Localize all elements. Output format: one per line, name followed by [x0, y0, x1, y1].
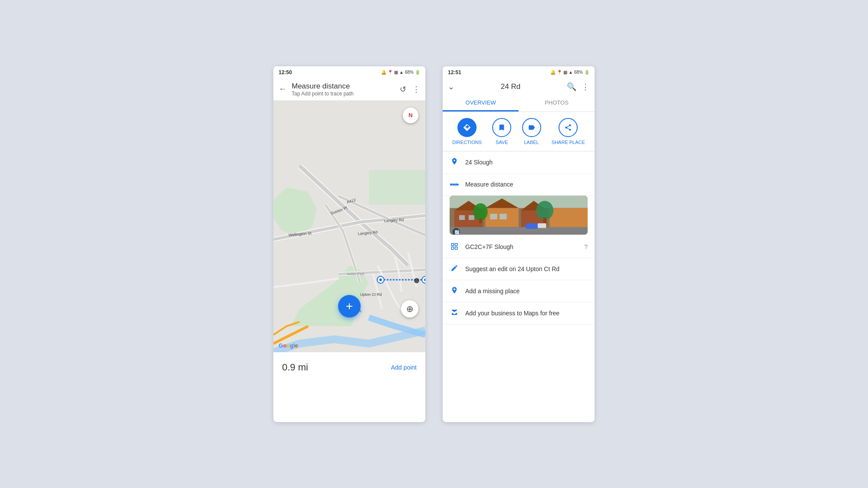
svg-rect-57: [451, 247, 454, 249]
plus-code-icon: [450, 242, 459, 252]
svg-rect-27: [452, 183, 453, 184]
add-business-text: Add your business to Maps for free: [465, 310, 588, 317]
svg-rect-46: [479, 218, 482, 223]
add-location-icon: [450, 286, 458, 294]
svg-point-24: [414, 278, 419, 283]
measure-title: Measure distance: [292, 82, 395, 91]
save-icon-circle: [492, 118, 511, 137]
svg-rect-51: [526, 223, 537, 229]
plus-code-row[interactable]: GC2C+7F Slough ?: [443, 236, 595, 258]
distance-display: 0.9 mi: [282, 362, 308, 373]
street-view-svg: 🔄: [450, 196, 588, 235]
measure-text: Measure distance: [465, 181, 588, 188]
save-icon: [498, 124, 506, 131]
battery-left: 68%: [405, 70, 414, 75]
more-options-button[interactable]: ⋮: [582, 82, 589, 92]
directions-label: DIRECTIONS: [452, 140, 482, 145]
info-section: 24 Slough Measure distance: [443, 151, 595, 324]
svg-rect-48: [543, 217, 546, 223]
svg-rect-26: [451, 182, 452, 183]
location-button[interactable]: ⊕: [401, 300, 418, 318]
share-icon: [564, 124, 572, 131]
help-icon[interactable]: ?: [584, 243, 588, 250]
suggest-edit-text: Suggest an edit on 24 Upton Ct Rd: [465, 265, 588, 272]
pencil-icon: [450, 264, 459, 274]
plus-code-text: GC2C+7F Slough: [465, 243, 578, 250]
svg-rect-41: [459, 215, 465, 220]
svg-point-47: [536, 201, 553, 220]
street-view-image[interactable]: 🔄: [450, 196, 588, 235]
svg-rect-31: [458, 183, 459, 184]
chevron-down-button[interactable]: ⌄: [448, 82, 454, 92]
time-left: 12:50: [279, 69, 292, 75]
label-icon-circle: [522, 118, 541, 137]
google-logo: Google: [279, 342, 298, 349]
back-button[interactable]: ←: [279, 85, 286, 94]
svg-point-19: [379, 278, 382, 281]
tab-overview[interactable]: OVERVIEW: [443, 95, 519, 111]
add-missing-place-text: Add a missing place: [465, 288, 588, 295]
svg-text:belles Park: belles Park: [347, 272, 365, 276]
svg-rect-28: [454, 182, 454, 183]
business-icon: [450, 308, 459, 318]
svg-rect-29: [455, 183, 456, 184]
svg-rect-3: [369, 170, 425, 205]
place-title: 24 Rd: [460, 82, 562, 91]
location-icon-r: 📍: [557, 70, 562, 75]
battery-icon: 🔋: [415, 70, 420, 75]
suggest-edit-row[interactable]: Suggest an edit on 24 Upton Ct Rd: [443, 258, 595, 280]
label-button[interactable]: LABEL: [522, 118, 541, 145]
bottom-bar: 0.9 mi Add point: [273, 352, 425, 383]
add-business-row[interactable]: Add your business to Maps for free: [443, 302, 595, 324]
pin-plus-icon: [450, 286, 459, 296]
measure-subtitle: Tap Add point to trace path: [292, 91, 395, 97]
directions-button[interactable]: DIRECTIONS: [452, 118, 482, 145]
compass: N: [403, 108, 418, 123]
wifi-icon: ▦: [394, 70, 398, 75]
right-phone: 12:51 🔔 📍 ▦ ▲ 68% 🔋 ⌄ 24 Rd 🔍 ⋮ OVERVIEW…: [443, 66, 595, 422]
svg-rect-52: [538, 223, 546, 228]
address-icon: [450, 157, 459, 167]
tab-photos[interactable]: PHOTOS: [519, 95, 595, 111]
status-bar-right: 12:51 🔔 📍 ▦ ▲ 68% 🔋: [443, 66, 595, 79]
svg-point-45: [473, 203, 488, 220]
add-point-fab[interactable]: +: [338, 295, 361, 318]
measure-distance-row[interactable]: Measure distance: [443, 174, 595, 196]
action-buttons: DIRECTIONS SAVE LABEL: [443, 112, 595, 151]
svg-rect-49: [450, 227, 588, 235]
svg-rect-56: [455, 243, 457, 246]
tabs-bar: OVERVIEW PHOTOS: [443, 95, 595, 112]
directions-icon: [463, 123, 471, 132]
location-icon: 📍: [388, 70, 393, 75]
svg-rect-30: [457, 182, 457, 183]
alarm-icon-r: 🔔: [550, 70, 556, 75]
svg-rect-44: [500, 213, 506, 219]
map-area[interactable]: A412 Langley Rd Langley Rd Sussex Pl Wel…: [273, 101, 425, 352]
svg-rect-58: [455, 247, 457, 249]
edit-icon: [450, 264, 458, 272]
wifi-icon-r: ▦: [563, 70, 567, 75]
save-label: SAVE: [496, 140, 508, 145]
svg-rect-43: [490, 213, 497, 219]
svg-rect-50: [488, 228, 550, 230]
status-bar-left: 12:50 🔔 📍 ▦ ▲ 68% 🔋: [273, 66, 425, 79]
svg-rect-42: [469, 215, 474, 220]
ruler-icon: [450, 182, 459, 187]
label-label: LABEL: [524, 140, 539, 145]
save-button[interactable]: SAVE: [492, 118, 511, 145]
address-row[interactable]: 24 Slough: [443, 151, 595, 174]
add-point-button[interactable]: Add point: [391, 364, 417, 371]
place-header: ⌄ 24 Rd 🔍 ⋮: [443, 79, 595, 95]
share-icon-circle: [559, 118, 578, 137]
search-button[interactable]: 🔍: [567, 82, 576, 92]
share-place-button[interactable]: SHARE PLACE: [552, 118, 585, 145]
svg-rect-55: [451, 243, 454, 246]
more-button[interactable]: ⋮: [412, 85, 420, 94]
compass-north: N: [408, 112, 412, 118]
svg-rect-40: [549, 208, 588, 229]
header-title-group: Measure distance Tap Add point to trace …: [292, 82, 395, 97]
svg-text:Upton Ct Rd: Upton Ct Rd: [360, 292, 382, 297]
undo-button[interactable]: ↺: [400, 85, 406, 94]
add-missing-place-row[interactable]: Add a missing place: [443, 280, 595, 302]
measure-icon: [450, 180, 459, 189]
